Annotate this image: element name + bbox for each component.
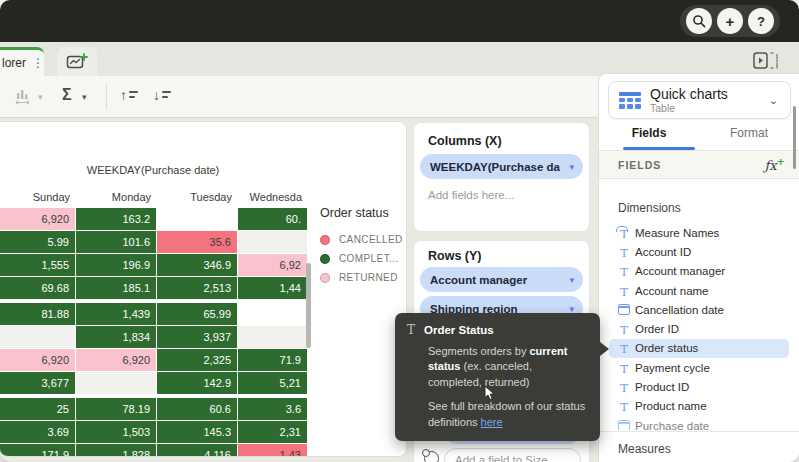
columns-drop-target[interactable]: Add fields here... <box>428 189 514 201</box>
legend-item[interactable]: RETURNED <box>320 268 406 287</box>
field-item-label: Account ID <box>635 246 691 258</box>
aggregate-caret-icon[interactable]: ▾ <box>82 92 87 102</box>
field-item-product-name[interactable]: TProduct name <box>609 397 789 416</box>
help-button[interactable]: ? <box>748 8 774 34</box>
field-item-order-id[interactable]: TOrder ID <box>609 319 789 338</box>
panel-scrollbar[interactable] <box>793 106 796 169</box>
text-field-icon: T <box>613 320 635 338</box>
heatmap-cell[interactable]: 6,920 <box>0 349 75 371</box>
field-item-payment-cycle[interactable]: TPayment cycle <box>609 358 789 377</box>
field-item-cancellation-date[interactable]: Cancellation date <box>609 300 789 319</box>
heatmap-cell[interactable]: 196.9 <box>76 254 156 276</box>
field-item-label: Order ID <box>635 323 679 335</box>
heatmap-cell[interactable]: 2,31 <box>238 421 307 443</box>
tab-explorer[interactable]: lorer ⋮ <box>0 47 44 76</box>
table-scrollbar[interactable] <box>306 263 311 348</box>
collapse-panel-button[interactable] <box>753 51 779 71</box>
heatmap-cell[interactable] <box>238 231 307 253</box>
field-item-measure-names[interactable]: TMeasure Names <box>609 223 789 242</box>
field-tooltip: T Order Status Segments orders by curren… <box>395 313 600 441</box>
pill-label: Account manager <box>420 274 560 286</box>
legend-item[interactable]: COMPLET... <box>320 249 406 268</box>
heatmap-cell[interactable]: 6,920 <box>76 349 156 371</box>
heatmap-cell[interactable] <box>238 326 307 348</box>
heatmap-cell[interactable]: 3,937 <box>157 326 237 348</box>
sort-descending-button[interactable]: ↓ <box>153 88 171 102</box>
field-item-account-id[interactable]: TAccount ID <box>609 242 789 261</box>
heatmap-cell[interactable]: 1,503 <box>76 421 156 443</box>
text-field-icon: T <box>613 378 635 396</box>
field-item-product-id[interactable]: TProduct ID <box>609 377 789 396</box>
tab-menu-icon[interactable]: ⋮ <box>32 56 44 70</box>
heatmap-cell[interactable]: 60. <box>238 208 307 230</box>
field-item-account-manager[interactable]: TAccount manager <box>609 262 789 281</box>
heatmap-cell[interactable]: 2,513 <box>157 277 237 299</box>
new-chart-tab-button[interactable] <box>57 47 97 76</box>
heatmap-cell[interactable]: 78.19 <box>76 398 156 420</box>
chart-type-caret-icon[interactable]: ▾ <box>38 92 43 102</box>
heatmap-cell[interactable]: 5,21 <box>238 372 307 394</box>
heatmap-cell[interactable]: 142.9 <box>157 372 237 394</box>
heatmap-cell[interactable]: 346.9 <box>157 254 237 276</box>
heatmap-cell[interactable] <box>238 303 307 325</box>
sort-ascending-button[interactable]: ↑ <box>120 88 138 102</box>
tab-format[interactable]: Format <box>699 126 799 150</box>
calendar-icon <box>613 301 635 319</box>
heatmap-cell[interactable]: 6,920 <box>0 208 75 230</box>
heatmap-cell[interactable]: 1,834 <box>76 326 156 348</box>
chart-canvas: WEEKDAY(Purchase date) SundayMondayTuesd… <box>0 121 407 457</box>
heatmap-cell[interactable] <box>157 208 237 230</box>
app-window: + ? lorer ⋮ ▾ Σ ▾ ↑ <box>0 0 799 462</box>
chart-type-button[interactable] <box>12 86 34 106</box>
pill-label: WEEKDAY(Purchase date) <box>420 161 560 173</box>
heatmap-cell[interactable]: 101.6 <box>76 231 156 253</box>
calendar-icon <box>613 417 635 430</box>
heatmap-cell[interactable]: 5.99 <box>0 231 75 253</box>
heatmap-cell[interactable] <box>0 326 75 348</box>
chart-type-selector[interactable]: Quick charts Table ⌄ <box>608 81 791 119</box>
heatmap-cell[interactable]: 69.68 <box>0 277 75 299</box>
add-button[interactable]: + <box>717 8 743 34</box>
heatmap-cell[interactable]: 6,92 <box>238 254 307 276</box>
heatmap-cell[interactable]: 25 <box>0 398 75 420</box>
topbar-button-group: + ? <box>680 5 780 37</box>
heatmap-cell[interactable]: 71.9 <box>238 349 307 371</box>
heatmap-cell[interactable]: 60.6 <box>157 398 237 420</box>
heatmap-cell[interactable]: 35.6 <box>157 231 237 253</box>
tooltip-here-link[interactable]: here <box>481 416 503 428</box>
heatmap-cell[interactable]: 163.2 <box>76 208 156 230</box>
heatmap-cell[interactable]: 171.9 <box>0 444 75 457</box>
row-group-separator <box>0 300 307 302</box>
heatmap-cell[interactable]: 65.99 <box>157 303 237 325</box>
field-pill[interactable]: WEEKDAY(Purchase date)▾ <box>420 154 583 179</box>
chevron-down-icon[interactable]: ▾ <box>560 304 583 314</box>
heatmap-cell[interactable]: 3.6 <box>238 398 307 420</box>
field-item-account-name[interactable]: TAccount name <box>609 281 789 300</box>
heatmap-cell[interactable]: 1,828 <box>76 444 156 457</box>
question-icon: ? <box>757 14 765 29</box>
heatmap-cell[interactable]: 1,439 <box>76 303 156 325</box>
heatmap-cell[interactable] <box>76 372 156 394</box>
heatmap-cell[interactable]: 1,43 <box>238 444 307 457</box>
heatmap-cell[interactable]: 145.3 <box>157 421 237 443</box>
search-button[interactable] <box>686 8 712 34</box>
field-item-purchase-date[interactable]: Purchase date <box>609 416 789 430</box>
heatmap-cell[interactable]: 2,325 <box>157 349 237 371</box>
field-item-order-status[interactable]: TOrder status <box>609 339 789 358</box>
chevron-down-icon[interactable]: ▾ <box>560 162 583 172</box>
heatmap-cell[interactable]: 81.88 <box>0 303 75 325</box>
field-pill[interactable]: Account manager▾ <box>420 267 583 292</box>
legend-item[interactable]: CANCELLED <box>320 230 406 249</box>
heatmap-cell[interactable]: 1,44 <box>238 277 307 299</box>
new-chart-icon <box>66 53 88 70</box>
text-field-icon: T <box>613 339 635 357</box>
heatmap-cell[interactable]: 4,116 <box>157 444 237 457</box>
heatmap-cell[interactable]: 3.69 <box>0 421 75 443</box>
chevron-down-icon[interactable]: ▾ <box>560 275 583 285</box>
heatmap-cell[interactable]: 185.1 <box>76 277 156 299</box>
heatmap-cell[interactable]: 1,555 <box>0 254 75 276</box>
heatmap-cell[interactable]: 3,677 <box>0 372 75 394</box>
aggregate-sigma-button[interactable]: Σ <box>62 86 72 104</box>
rows-shelf-title: Rows (Y) <box>428 249 481 263</box>
size-field-input[interactable]: Add a field to Size <box>444 448 581 462</box>
